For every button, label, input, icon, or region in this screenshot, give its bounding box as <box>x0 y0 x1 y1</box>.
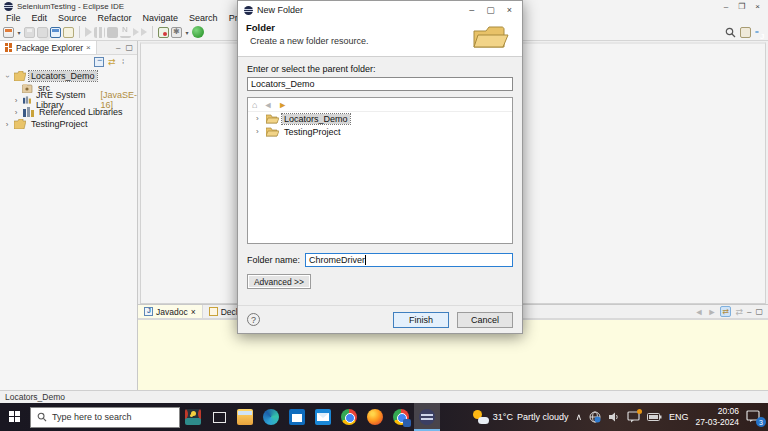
minimize-button[interactable]: – <box>724 2 728 11</box>
dialog-maximize-button[interactable]: ▢ <box>486 5 495 15</box>
run-icon[interactable] <box>192 26 204 38</box>
maximize-panel-icon[interactable]: ▢ <box>755 307 763 316</box>
project-folder-icon <box>14 119 26 129</box>
open-attached-icon[interactable]: ⇄ <box>735 307 743 317</box>
tree-forward-icon[interactable]: ► <box>278 100 287 110</box>
taskbar-firefox[interactable] <box>362 403 388 431</box>
search-mark-icon[interactable] <box>63 27 74 38</box>
minimize-panel-icon[interactable]: – <box>747 307 751 316</box>
text-cursor <box>365 255 366 265</box>
taskbar-app-theater[interactable] <box>180 403 206 431</box>
tab-package-explorer[interactable]: Package Explorer × <box>0 41 97 54</box>
new-wizard-icon[interactable] <box>3 27 14 38</box>
close-button[interactable]: × <box>755 2 760 11</box>
forward-icon[interactable]: ► <box>708 307 717 317</box>
hidden-icons-chevron[interactable]: ∧ <box>575 412 582 422</box>
search-icon <box>37 412 47 422</box>
tree-back-icon[interactable]: ◄ <box>263 100 272 110</box>
search-icon[interactable] <box>725 27 736 38</box>
advanced-button[interactable]: Advanced >> <box>247 274 311 289</box>
folder-name-input[interactable]: ChromeDriver <box>305 253 513 267</box>
back-icon[interactable]: ◄ <box>695 307 704 317</box>
clock-date: 27-03-2024 <box>696 417 739 428</box>
notification-dot <box>637 409 642 414</box>
tab-javadoc[interactable]: Javadoc × <box>138 305 203 318</box>
taskbar-store[interactable] <box>284 403 310 431</box>
menu-edit[interactable]: Edit <box>32 13 48 23</box>
package-explorer-view: Package Explorer × – ▢ ⇄ ⁞ › Locators_De… <box>0 41 138 390</box>
status-text: Locators_Demo <box>5 392 65 402</box>
finish-button[interactable]: Finish <box>393 312 449 328</box>
menu-navigate[interactable]: Navigate <box>143 13 179 23</box>
folder-banner-icon <box>472 23 512 51</box>
open-folder-icon <box>266 127 279 137</box>
task-view-button[interactable] <box>206 403 232 431</box>
tree-item-jre[interactable]: › JRE System Library [JavaSE-16] <box>0 94 137 106</box>
link-with-editor-icon[interactable]: ⇄ <box>108 57 118 67</box>
suspend-icon[interactable] <box>94 27 105 38</box>
open-perspective-icon[interactable] <box>740 27 751 38</box>
close-view-icon[interactable]: × <box>86 43 91 52</box>
tree-item-locators-demo[interactable]: › Locators_Demo <box>0 70 137 82</box>
help-icon[interactable]: ? <box>247 313 260 326</box>
weather-widget[interactable]: 31°C Partly cloudy <box>473 410 569 424</box>
save-all-icon[interactable] <box>37 27 48 38</box>
menu-source[interactable]: Source <box>58 13 87 23</box>
minimize-view-icon[interactable]: – <box>116 43 120 52</box>
view-menu-icon[interactable]: ⁞ <box>122 57 132 67</box>
dialog-minimize-button[interactable]: – <box>469 5 474 15</box>
taskbar-chrome[interactable] <box>336 403 362 431</box>
messaging-icon[interactable] <box>627 411 640 423</box>
parent-folder-tree: ⌂ ◄ ► › Locators_Demo › TestingProject <box>247 97 513 244</box>
menu-refactor[interactable]: Refactor <box>98 13 132 23</box>
clock[interactable]: 20:06 27-03-2024 <box>696 406 739 427</box>
maximize-view-icon[interactable]: ▢ <box>125 43 133 52</box>
dialog-tree-item-locators-demo[interactable]: › Locators_Demo <box>248 112 512 125</box>
menu-search[interactable]: Search <box>189 13 218 23</box>
save-icon[interactable] <box>24 27 35 38</box>
taskbar-chrome-profile[interactable] <box>388 403 414 431</box>
volume-icon[interactable] <box>608 411 620 423</box>
external-tools-icon[interactable] <box>171 27 182 38</box>
clock-time: 20:06 <box>696 406 739 417</box>
start-button[interactable] <box>0 403 30 431</box>
tools-dropdown-icon[interactable]: ▾ <box>184 29 190 36</box>
resume-icon[interactable] <box>85 27 92 37</box>
restore-button[interactable]: ❐ <box>738 2 745 11</box>
coverage-icon[interactable] <box>158 27 169 38</box>
project-tree: › Locators_Demo src › JRE System Library… <box>0 68 137 130</box>
open-console-icon[interactable] <box>50 27 61 38</box>
package-explorer-icon <box>5 43 13 52</box>
collapse-all-icon[interactable] <box>94 57 104 67</box>
action-center-button[interactable]: 3 <box>746 410 762 424</box>
step-return-icon[interactable] <box>141 28 147 36</box>
link-with-selection-icon[interactable]: ⇄ <box>720 306 731 317</box>
terminate-icon[interactable] <box>107 27 118 38</box>
java-perspective-icon[interactable] <box>755 31 759 33</box>
parent-folder-input[interactable]: Locators_Demo <box>247 77 513 91</box>
dialog-close-button[interactable]: × <box>507 5 512 15</box>
home-icon[interactable]: ⌂ <box>252 100 257 110</box>
language-indicator[interactable]: ENG <box>669 412 689 422</box>
cancel-button[interactable]: Cancel <box>457 312 513 328</box>
taskbar-search-input[interactable]: Type here to search <box>30 407 180 428</box>
step-into-icon[interactable] <box>120 27 131 38</box>
taskbar-file-explorer[interactable] <box>232 403 258 431</box>
step-over-icon[interactable] <box>133 28 139 36</box>
taskbar-eclipse[interactable] <box>414 403 440 431</box>
tree-toolbar: ⌂ ◄ ► <box>248 98 512 112</box>
menu-file[interactable]: File <box>6 13 21 23</box>
tree-item-testingproject[interactable]: › TestingProject <box>0 118 137 130</box>
taskbar-mail[interactable] <box>310 403 336 431</box>
weather-desc: Partly cloudy <box>517 412 569 422</box>
dialog-tree-item-testingproject[interactable]: › TestingProject <box>248 125 512 138</box>
taskbar-edge[interactable] <box>258 403 284 431</box>
partly-cloudy-icon <box>473 410 489 424</box>
tree-item-referenced-libraries[interactable]: › Referenced Libraries <box>0 106 137 118</box>
network-icon[interactable] <box>589 411 601 423</box>
new-dropdown-icon[interactable]: ▾ <box>16 29 22 36</box>
close-javadoc-icon[interactable]: × <box>191 307 196 317</box>
battery-icon[interactable] <box>647 412 662 422</box>
dialog-header: Folder Create a new folder resource. <box>238 19 522 57</box>
open-folder-icon <box>266 114 279 124</box>
